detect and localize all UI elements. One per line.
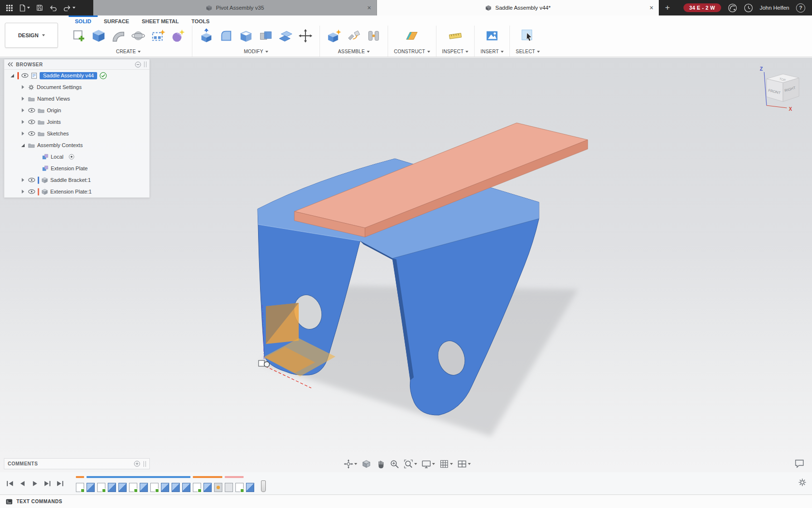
timeline-group-bar[interactable]	[225, 476, 244, 478]
browser-panel-header[interactable]: BROWSER	[4, 60, 149, 70]
timeline-feature-sketch-icon[interactable]	[97, 483, 105, 492]
expand-arrow-icon[interactable]	[21, 120, 26, 124]
expand-arrow-icon[interactable]	[21, 178, 26, 182]
timeline-group-bar[interactable]	[193, 476, 222, 478]
expand-arrow-icon[interactable]	[21, 131, 26, 136]
file-menu-icon[interactable]	[19, 4, 30, 12]
origin-marker-icon[interactable]	[259, 360, 264, 366]
undo-icon[interactable]	[49, 5, 57, 11]
app-grid-icon[interactable]	[6, 4, 13, 12]
expand-arrow-icon[interactable]	[21, 143, 26, 148]
rectangular-pattern-icon[interactable]	[150, 28, 166, 44]
text-commands-icon[interactable]	[6, 499, 13, 505]
insert-canvas-icon[interactable]	[484, 28, 500, 44]
visibility-eye-icon[interactable]	[28, 189, 35, 194]
timeline-feature-sketch-icon[interactable]	[193, 483, 201, 492]
expand-arrow-icon[interactable]	[21, 85, 26, 90]
viewports-icon[interactable]	[456, 458, 472, 470]
timeline-position-marker[interactable]	[261, 480, 266, 492]
document-tab-saddle-assembly[interactable]: Saddle Assembly v44* ×	[377, 0, 659, 15]
timeline-feature-sketch-icon[interactable]	[235, 483, 244, 492]
measure-icon[interactable]	[447, 28, 464, 44]
timeline-feature-extrude-icon[interactable]	[161, 483, 169, 492]
timeline-feature-extrude-icon[interactable]	[118, 483, 127, 492]
tab-tools[interactable]: TOOLS	[185, 15, 216, 25]
look-at-icon[interactable]	[360, 458, 373, 470]
add-comment-icon[interactable]	[134, 461, 140, 467]
timeline-feature-extrude-icon[interactable]	[108, 483, 116, 492]
visibility-eye-icon[interactable]	[28, 178, 35, 182]
fillet-icon[interactable]	[218, 28, 234, 44]
shell-icon[interactable]	[238, 28, 254, 44]
browser-row-joints[interactable]: Joints	[4, 116, 149, 128]
timeline-feature-sketch-icon[interactable]	[129, 483, 137, 492]
joint-icon[interactable]	[346, 28, 362, 44]
timeline-feature-extrude-icon[interactable]	[182, 483, 190, 492]
grid-snaps-icon[interactable]	[438, 458, 454, 470]
box-icon[interactable]	[90, 28, 107, 44]
create-sketch-icon[interactable]	[71, 28, 87, 44]
visibility-eye-icon[interactable]	[21, 73, 29, 78]
expand-arrow-icon[interactable]	[21, 96, 26, 101]
timeline-feature-extrude-icon[interactable]	[203, 483, 212, 492]
create-form-icon[interactable]	[170, 28, 186, 44]
panel-options-icon[interactable]	[135, 61, 141, 68]
timeline-feature-sketch-icon[interactable]	[76, 483, 84, 492]
new-component-icon[interactable]	[326, 28, 342, 44]
document-tab-pivot-assembly[interactable]: Pivot Assembly v35 ×	[93, 0, 377, 15]
browser-row-origin[interactable]: Origin	[4, 105, 149, 116]
snap-point-icon[interactable]	[264, 362, 270, 367]
help-icon[interactable]: ?	[796, 3, 805, 13]
group-label-construct[interactable]: CONSTRUCT	[394, 49, 430, 54]
user-account-name[interactable]: John Helfen	[760, 5, 789, 11]
group-label-inspect[interactable]: INSPECT	[442, 49, 469, 54]
move-copy-icon[interactable]	[297, 28, 314, 44]
comment-bubble-icon[interactable]	[795, 459, 804, 470]
browser-row-saddle-bracket[interactable]: Saddle Bracket:1	[4, 174, 149, 186]
display-settings-icon[interactable]	[420, 458, 436, 470]
panel-grip-icon[interactable]	[144, 61, 146, 67]
close-tab-icon[interactable]: ×	[367, 4, 371, 11]
press-pull-icon[interactable]	[198, 28, 215, 44]
browser-row-assembly-contexts[interactable]: Assembly Contexts	[4, 139, 149, 151]
tab-solid[interactable]: SOLID	[69, 15, 98, 25]
offset-face-icon[interactable]	[277, 28, 294, 44]
expand-arrow-icon[interactable]	[21, 189, 26, 194]
extensions-icon[interactable]	[728, 3, 737, 13]
group-label-create[interactable]: CREATE	[116, 49, 141, 54]
skip-to-end-icon[interactable]	[57, 480, 64, 487]
expand-arrow-icon[interactable]	[10, 73, 15, 78]
fit-icon[interactable]	[402, 458, 419, 470]
browser-row-local-context[interactable]: Local	[4, 151, 149, 163]
timeline-feature-joint-icon[interactable]	[214, 483, 222, 492]
timeline-feature-component-icon[interactable]	[225, 483, 233, 492]
collapse-panel-icon[interactable]	[7, 62, 13, 67]
view-cube[interactable]: FRONT RIGHT TOP Z X	[760, 66, 799, 112]
comments-panel[interactable]: COMMENTS	[4, 458, 150, 469]
redo-icon[interactable]	[63, 5, 75, 11]
text-commands-label[interactable]: TEXT COMMANDS	[16, 499, 62, 504]
expand-arrow-icon[interactable]	[21, 108, 26, 113]
visibility-eye-icon[interactable]	[28, 108, 35, 113]
play-icon[interactable]	[31, 480, 39, 487]
browser-row-document-settings[interactable]: Document Settings	[4, 81, 149, 93]
timeline-group-bar[interactable]	[87, 476, 190, 478]
browser-row-sketches[interactable]: Sketches	[4, 128, 149, 139]
step-back-icon[interactable]	[19, 480, 26, 487]
job-status-badge[interactable]: 34 E - 2 W	[683, 3, 721, 12]
active-context-radio-icon[interactable]	[69, 154, 74, 160]
tab-surface[interactable]: SURFACE	[98, 15, 136, 25]
timeline-feature-extrude-icon[interactable]	[246, 483, 254, 492]
browser-row-named-views[interactable]: Named Views	[4, 93, 149, 105]
select-icon[interactable]	[520, 28, 536, 44]
3d-viewport[interactable]: FRONT RIGHT TOP Z X BROWSER Saddle Assem…	[0, 58, 812, 472]
browser-row-extension-plate[interactable]: Extension Plate:1	[4, 186, 149, 197]
timeline-group-bar[interactable]	[76, 476, 84, 478]
construction-plane-icon[interactable]	[404, 28, 420, 44]
visibility-eye-icon[interactable]	[28, 120, 35, 124]
visibility-eye-icon[interactable]	[28, 131, 35, 136]
group-label-modify[interactable]: MODIFY	[244, 49, 268, 54]
skip-to-start-icon[interactable]	[6, 480, 14, 487]
workspace-switcher[interactable]: DESIGN	[5, 23, 58, 48]
close-tab-icon[interactable]: ×	[650, 4, 653, 11]
